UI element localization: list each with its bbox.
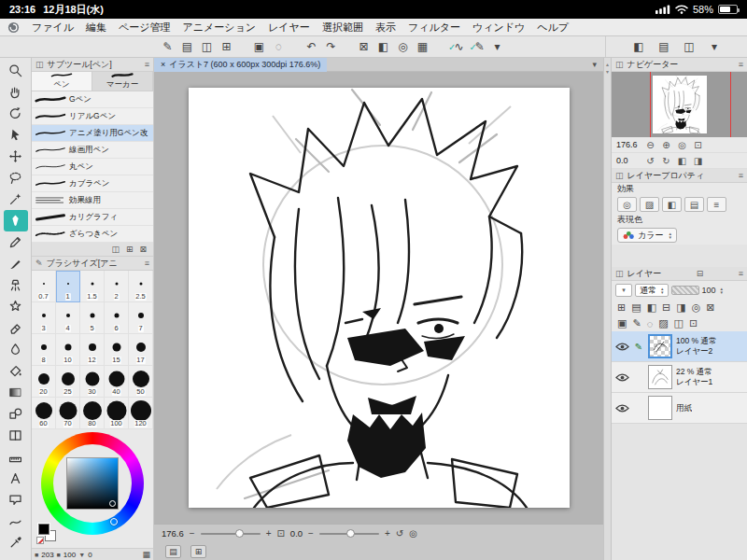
clip-at-layer-icon[interactable]: ◨ xyxy=(676,301,685,314)
decoration-tool[interactable] xyxy=(4,296,28,317)
new-folder-icon[interactable]: ▤ xyxy=(631,301,641,314)
navigator-view-frame[interactable] xyxy=(650,72,731,137)
blend-mode-select[interactable]: 通常 ▴▾ xyxy=(635,284,669,297)
single-page-icon[interactable]: ▤ xyxy=(178,38,196,56)
delete-layer-icon[interactable]: ⊠ xyxy=(706,301,714,314)
figure-tool[interactable] xyxy=(4,403,28,425)
subtool-tab-marker[interactable]: マーカー xyxy=(92,72,153,91)
material-panel-icon[interactable]: ▤ xyxy=(655,38,673,56)
nav-fit-icon[interactable]: ⊡ xyxy=(692,140,704,150)
canvas-tab[interactable]: × イラスト7 (600 x 600px 300dpi 176.6%) xyxy=(154,58,327,72)
rotate-left-icon[interactable]: − xyxy=(308,528,314,539)
delete-subtool-icon[interactable]: ⊠ xyxy=(139,245,147,254)
hue-cursor[interactable] xyxy=(110,518,118,525)
add-subtool-icon[interactable]: ⊞ xyxy=(126,245,134,254)
reset-rotation-icon[interactable]: ↺ xyxy=(396,528,403,539)
brush-size-option[interactable]: 4 xyxy=(56,302,80,334)
brush-size-menu-icon[interactable]: ≡ xyxy=(145,259,149,268)
line-correction-tool[interactable] xyxy=(4,511,28,532)
layer-row-paper[interactable]: 用紙 xyxy=(612,393,747,424)
brush-size-option[interactable]: 100 xyxy=(105,398,129,429)
frame-border-tool[interactable] xyxy=(4,425,28,446)
layer-row-layer2[interactable]: ✎ 100 % 通常 レイヤー2 xyxy=(612,331,747,362)
panel-layout-icon[interactable]: ◫ xyxy=(681,38,698,56)
brush-size-option[interactable]: 120 xyxy=(129,398,153,429)
brush-size-option[interactable]: 10 xyxy=(56,334,80,366)
select-layer-icon[interactable]: ▣ xyxy=(617,317,627,329)
transparent-color-swatch[interactable] xyxy=(36,537,44,544)
brush-size-option[interactable]: 7 xyxy=(129,302,153,334)
stabilization-toggle[interactable]: ✓∿ xyxy=(446,38,465,56)
menu-selection[interactable]: 選択範囲 xyxy=(322,21,363,35)
text-tool[interactable] xyxy=(4,468,28,489)
toolbar-chevron-icon[interactable]: ▾ xyxy=(488,38,506,56)
ruler-tool[interactable] xyxy=(4,446,28,468)
pen-item-maru-pen[interactable]: 丸ペン xyxy=(32,159,153,175)
panel-divider[interactable]: ▴ ▾ xyxy=(603,58,612,560)
transfer-layer-icon[interactable]: ◧ xyxy=(647,301,656,314)
layer-row-layer1[interactable]: 22 % 通常 レイヤー1 xyxy=(612,362,747,393)
brush-size-option[interactable]: 5 xyxy=(80,302,105,334)
tab-list-chevron-icon[interactable]: ▾ xyxy=(585,60,603,69)
brush-size-option[interactable]: 6 xyxy=(105,302,129,334)
brush-tool[interactable] xyxy=(4,253,28,274)
brush-size-option[interactable]: 3 xyxy=(32,302,56,334)
brush-size-option[interactable]: 30 xyxy=(80,366,105,398)
brush-size-option[interactable]: 80 xyxy=(80,398,105,429)
brush-size-option[interactable]: 1.5 xyxy=(80,271,105,302)
fit-screen-icon[interactable]: ⊡ xyxy=(276,528,284,539)
pen-item-lineart-pen[interactable]: 線画用ペン xyxy=(32,142,153,159)
tone-layer-icon[interactable]: ▨ xyxy=(658,317,668,329)
tool-property-icon[interactable]: ✎ xyxy=(159,38,176,56)
airbrush-tool[interactable] xyxy=(4,274,28,296)
undo-icon[interactable]: ↶ xyxy=(303,38,320,56)
rotation-slider-thumb[interactable] xyxy=(346,529,355,538)
vector-snap-toggle[interactable]: ✓✎ xyxy=(467,38,486,56)
selection-lasso-tool[interactable] xyxy=(4,167,28,189)
paper-thumbnail[interactable] xyxy=(648,396,672,420)
divider-collapse-up-icon[interactable]: ▴ xyxy=(606,61,609,67)
move-layer-tool[interactable] xyxy=(4,146,28,167)
menu-edit[interactable]: 編集 xyxy=(86,21,106,35)
menu-help[interactable]: ヘルプ xyxy=(537,21,569,35)
fill-command-icon[interactable]: ◧ xyxy=(374,38,392,56)
blend-tool[interactable] xyxy=(4,339,28,360)
subtool-tab-pen[interactable]: ペン xyxy=(32,72,92,91)
brush-size-option[interactable]: 25 xyxy=(56,366,80,398)
brush-size-option[interactable]: 15 xyxy=(105,334,129,366)
nav-zoom-reset-icon[interactable]: ◎ xyxy=(676,140,688,150)
visibility-eye-icon[interactable] xyxy=(615,372,629,383)
nav-zoom-out-icon[interactable]: ⊖ xyxy=(644,140,656,150)
brush-size-option[interactable]: 70 xyxy=(56,398,80,429)
zoom-slider-thumb[interactable] xyxy=(235,529,244,538)
sv-cursor[interactable] xyxy=(109,500,116,507)
menu-file[interactable]: ファイル xyxy=(32,21,74,35)
pan-hand-tool[interactable] xyxy=(4,81,28,103)
layer-property-menu-icon[interactable]: ≡ xyxy=(739,171,743,180)
eyedropper-tool[interactable] xyxy=(4,532,28,553)
canvas-workspace[interactable] xyxy=(154,72,603,524)
zoom-in-icon[interactable]: + xyxy=(266,528,272,539)
tone-effect-icon[interactable]: ▨ xyxy=(640,197,659,212)
brush-size-option[interactable]: 60 xyxy=(32,398,56,429)
divider-collapse-down-icon[interactable]: ▾ xyxy=(606,68,609,75)
palette-color-box[interactable]: ▾ xyxy=(615,284,632,297)
pen-item-calligraphy[interactable]: カリグラフィ xyxy=(32,209,153,226)
extract-line-icon[interactable]: ▤ xyxy=(684,197,704,212)
brush-size-option[interactable]: 8 xyxy=(32,334,56,366)
effect-more-icon[interactable]: ≡ xyxy=(707,197,726,212)
visibility-eye-icon[interactable] xyxy=(615,403,629,413)
menu-layer[interactable]: レイヤー xyxy=(268,21,310,35)
deselect-icon[interactable]: ◌ xyxy=(270,38,288,56)
subtool-menu-icon[interactable]: ≡ xyxy=(145,60,149,69)
zoom-out-icon[interactable]: − xyxy=(190,528,195,539)
menu-window[interactable]: ウィンドウ xyxy=(472,21,525,35)
pen-item-real-g-pen[interactable]: リアルGペン xyxy=(32,108,153,125)
navigator-menu-icon[interactable]: ≡ xyxy=(739,60,743,69)
rotate-canvas-tool[interactable] xyxy=(4,103,28,124)
menu-view[interactable]: 表示 xyxy=(375,21,396,35)
brush-size-option[interactable]: 0.7 xyxy=(32,271,56,302)
brush-size-option-selected[interactable]: 1 xyxy=(56,271,80,302)
canvas-tab-close-icon[interactable]: × xyxy=(161,60,165,69)
pen-item-anime-g-pen[interactable]: アニメ塗り用Gペン改 xyxy=(32,125,153,142)
